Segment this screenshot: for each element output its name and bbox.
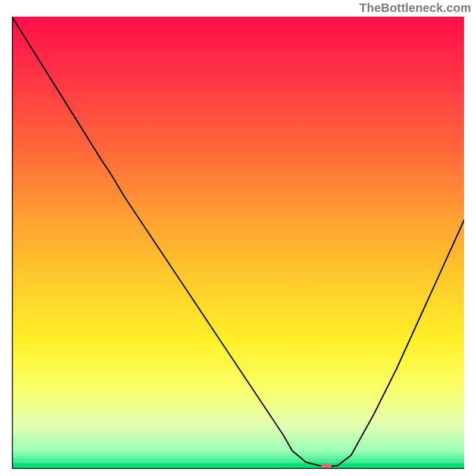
attribution-text: TheBottleneck.com bbox=[359, 1, 471, 15]
chart-area bbox=[12, 17, 464, 469]
chart-svg bbox=[12, 17, 464, 469]
svg-rect-0 bbox=[12, 17, 464, 469]
